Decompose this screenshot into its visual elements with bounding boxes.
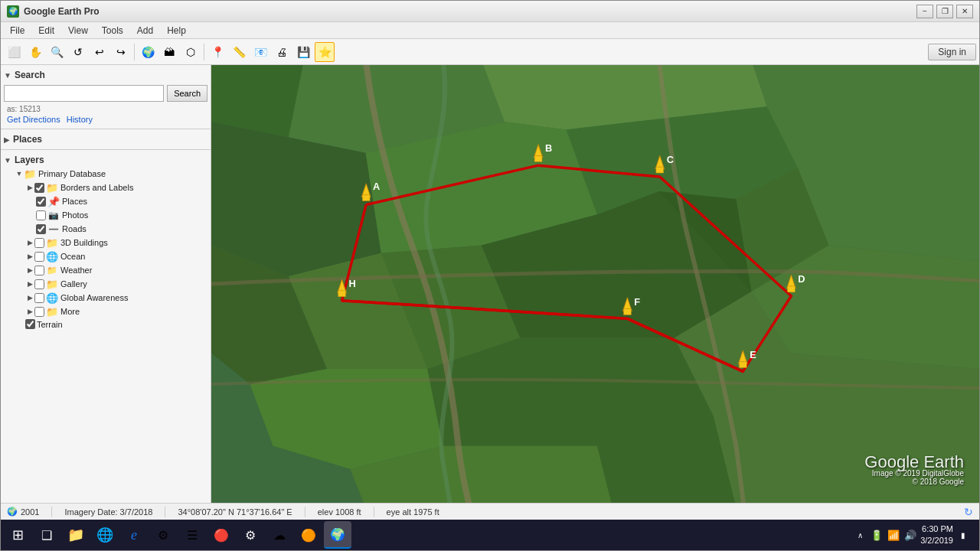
restore-button[interactable]: ❐ — [936, 5, 953, 18]
layer-cb-ocean[interactable] — [34, 252, 44, 262]
taskbar-weather[interactable]: ☁ — [266, 521, 293, 549]
taskbar-ie[interactable]: e — [120, 521, 148, 549]
map-area[interactable]: A B C D — [211, 65, 979, 503]
layer-item-photos[interactable]: 📷 Photos — [4, 208, 207, 222]
layer-cb-photos[interactable] — [36, 210, 46, 220]
toolbar-btn-6[interactable]: ↪ — [111, 42, 131, 62]
layer-toggle-more[interactable]: ▶ — [25, 307, 34, 316]
layer-cb-borders[interactable] — [34, 183, 44, 193]
close-button[interactable]: ✕ — [956, 5, 973, 18]
layer-item-places[interactable]: 📌 Places — [4, 194, 207, 208]
toolbar-btn-9[interactable]: ⬡ — [181, 42, 201, 62]
tray-battery[interactable]: 🔋 — [870, 528, 884, 542]
toolbar-btn-8[interactable]: 🏔 — [159, 42, 179, 62]
status-eye-alt: eye alt 1975 ft — [387, 507, 439, 517]
menu-tools[interactable]: Tools — [96, 24, 129, 37]
layer-toggle-3d[interactable]: ▶ — [25, 238, 34, 247]
layer-toggle-weather[interactable]: ▶ — [25, 266, 34, 275]
windows-icon: ⊞ — [12, 527, 24, 543]
layer-label-primary-db: Primary Database — [38, 169, 106, 178]
ie-icon: e — [131, 527, 137, 543]
layers-header[interactable]: ▼ Layers — [4, 153, 207, 167]
menu-edit[interactable]: Edit — [32, 24, 60, 37]
layer-toggle-ocean[interactable]: ▶ — [25, 252, 34, 261]
show-desktop-button[interactable]: ▮ — [956, 528, 970, 542]
toolbar-btn-13[interactable]: 🖨 — [272, 42, 292, 62]
layer-toggle-borders[interactable]: ▶ — [25, 183, 34, 192]
layer-item-global[interactable]: ▶ 🌐 Global Awareness — [4, 291, 207, 305]
toolbar-btn-2[interactable]: ✋ — [25, 42, 45, 62]
folder-icon-gallery: 📁 — [46, 278, 58, 290]
layer-item-borders[interactable]: ▶ 📁 Borders and Labels — [4, 181, 207, 194]
app7-icon: 🔴 — [214, 528, 229, 543]
layer-cb-global[interactable] — [34, 293, 44, 303]
search-input[interactable] — [4, 85, 164, 102]
places-title: Places — [13, 134, 42, 145]
taskbar-google-earth[interactable]: 🌍 — [324, 521, 351, 549]
search-result-id: as: 15213 — [4, 105, 207, 113]
layer-item-primary-db[interactable]: ▼ 📁 Primary Database — [4, 167, 207, 181]
layer-label-places: Places — [62, 197, 87, 206]
layer-item-more[interactable]: ▶ 📁 More — [4, 305, 207, 318]
menu-view[interactable]: View — [62, 24, 94, 37]
layer-cb-gallery[interactable] — [34, 279, 44, 289]
menu-file[interactable]: File — [4, 24, 31, 37]
taskbar-app5[interactable]: ⚙ — [149, 521, 177, 549]
taskbar-chrome[interactable]: 🌐 — [91, 521, 119, 549]
taskbar-app7[interactable]: 🔴 — [207, 521, 235, 549]
history-link[interactable]: History — [67, 115, 93, 124]
layer-item-weather[interactable]: ▶ 📁 Weather — [4, 263, 207, 277]
window-controls: − ❐ ✕ — [916, 5, 973, 18]
sign-in-button[interactable]: Sign in — [928, 44, 976, 60]
layer-item-ocean[interactable]: ▶ 🌐 Ocean — [4, 249, 207, 263]
taskbar-app6[interactable]: ☰ — [178, 521, 206, 549]
tray-chevron[interactable]: ∧ — [853, 528, 867, 542]
toolbar-btn-7[interactable]: 🌍 — [138, 42, 158, 62]
layer-toggle-gallery[interactable]: ▶ — [25, 279, 34, 289]
tray-icons: ∧ 🔋 📶 🔊 — [853, 528, 917, 542]
tray-expand-icon: ∧ — [858, 531, 863, 540]
status-imagery-date: Imagery Date: 3/7/2018 — [64, 507, 152, 517]
toolbar-btn-4[interactable]: ↺ — [68, 42, 88, 62]
status-bar: 🌍 2001 Imagery Date: 3/7/2018 34°08'07.2… — [1, 503, 979, 520]
layer-cb-roads[interactable] — [36, 224, 46, 234]
toolbar-btn-12[interactable]: 📧 — [250, 42, 270, 62]
toolbar-btn-1[interactable]: ⬜ — [4, 42, 24, 62]
layer-toggle-global[interactable]: ▶ — [25, 293, 34, 302]
taskbar-file-explorer[interactable]: 📁 — [62, 521, 90, 549]
toolbar-btn-11[interactable]: 📏 — [229, 42, 249, 62]
menu-help[interactable]: Help — [161, 24, 192, 37]
menu-add[interactable]: Add — [131, 24, 159, 37]
toolbar-btn-5[interactable]: ↩ — [90, 42, 109, 62]
layer-cb-terrain[interactable] — [25, 319, 35, 329]
start-button[interactable]: ⊞ — [4, 521, 31, 549]
layer-cb-more[interactable] — [34, 307, 44, 317]
toolbar-btn-3[interactable]: 🔍 — [47, 42, 67, 62]
layer-item-gallery[interactable]: ▶ 📁 Gallery — [4, 277, 207, 291]
layer-cb-places[interactable] — [36, 197, 46, 207]
status-sep-3 — [305, 507, 305, 517]
layer-item-3d-buildings[interactable]: ▶ 📁 3D Buildings — [4, 236, 207, 249]
tray-volume[interactable]: 🔊 — [903, 528, 917, 542]
toolbar-btn-14[interactable]: 💾 — [293, 42, 313, 62]
layer-cb-weather[interactable] — [34, 266, 44, 276]
layer-item-terrain[interactable]: Terrain — [4, 318, 207, 330]
get-directions-link[interactable]: Get Directions — [7, 115, 60, 124]
taskbar-app10[interactable]: 🟠 — [295, 521, 322, 549]
layer-toggle-primary-db[interactable]: ▼ — [15, 169, 24, 178]
minimize-button[interactable]: − — [916, 5, 933, 18]
search-button[interactable]: Search — [167, 85, 207, 102]
taskbar-tray: ∧ 🔋 📶 🔊 6:30 PM 3/2/2019 ▮ — [847, 523, 976, 547]
taskbar-task-view[interactable]: ❑ — [33, 521, 60, 549]
layer-item-roads[interactable]: ━━ Roads — [4, 222, 207, 236]
folder-icon-places: 📌 — [47, 195, 60, 207]
toolbar-btn-15[interactable]: ⭐ — [315, 42, 335, 62]
taskbar-settings[interactable]: ⚙ — [237, 521, 264, 549]
places-header[interactable]: ▶ Places — [4, 132, 207, 146]
tray-clock[interactable]: 6:30 PM 3/2/2019 — [920, 523, 953, 547]
search-header[interactable]: ▼ Search — [4, 68, 207, 82]
tray-wifi[interactable]: 📶 — [887, 528, 900, 542]
layer-cb-3d[interactable] — [34, 238, 44, 248]
toolbar-btn-10[interactable]: 📍 — [207, 42, 227, 62]
layer-label-weather: Weather — [60, 266, 92, 275]
